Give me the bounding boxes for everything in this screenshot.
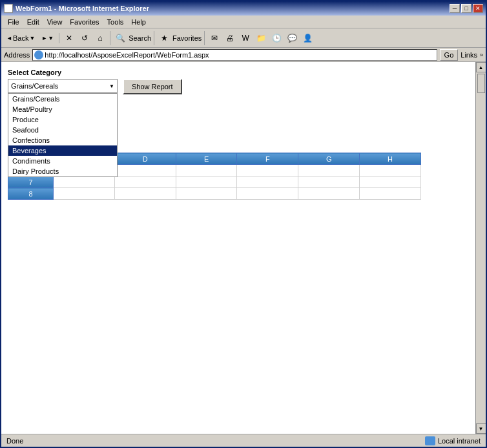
show-report-button[interactable]: Show Report bbox=[123, 79, 182, 94]
scroll-thumb[interactable] bbox=[477, 74, 485, 93]
address-input[interactable] bbox=[45, 51, 435, 59]
home-button[interactable]: ⌂ bbox=[93, 31, 107, 45]
option-confections[interactable]: Confections bbox=[8, 135, 117, 145]
category-dropdown[interactable]: Grains/Cereals ▼ bbox=[8, 79, 118, 93]
go-button[interactable]: Go bbox=[440, 49, 459, 61]
scroll-down-button[interactable]: ▼ bbox=[476, 423, 486, 434]
grid-cell[interactable] bbox=[298, 176, 360, 188]
favorites-label: Favorites bbox=[172, 34, 202, 42]
maximize-button[interactable]: □ bbox=[461, 4, 471, 13]
forward-dropdown-icon: ▼ bbox=[48, 35, 54, 41]
vertical-scrollbar: ▲ ▼ bbox=[475, 62, 486, 434]
links-label: Links bbox=[461, 51, 477, 59]
option-dairy[interactable]: Dairy Products bbox=[8, 166, 117, 176]
grid-cell[interactable] bbox=[298, 165, 360, 176]
row-number: 7 bbox=[8, 176, 54, 188]
status-right: Local intranet bbox=[425, 436, 481, 445]
messenger-button[interactable]: 💬 bbox=[285, 31, 299, 45]
minimize-button[interactable]: ─ bbox=[450, 4, 460, 13]
user-button[interactable]: 👤 bbox=[300, 31, 315, 45]
favorites-star-icon: ★ bbox=[157, 31, 171, 45]
table-row: 8 bbox=[8, 188, 421, 200]
page-content: Select Category Grains/Cereals ▼ Grains/… bbox=[1, 62, 475, 434]
menu-file[interactable]: File bbox=[4, 17, 23, 27]
nav-group: ◄ Back ▼ ► ▼ bbox=[4, 33, 59, 43]
status-text: Done bbox=[6, 437, 23, 445]
search-group: 🔍 Search bbox=[113, 31, 154, 45]
dropdown-arrow-icon: ▼ bbox=[109, 83, 114, 89]
option-meat[interactable]: Meat/Poultry bbox=[8, 104, 117, 114]
option-produce[interactable]: Produce bbox=[8, 114, 117, 125]
select-category-label: Select Category bbox=[8, 69, 469, 76]
title-bar-left: WebForm1 - Microsoft Internet Explorer bbox=[4, 4, 149, 13]
back-arrow-icon: ◄ bbox=[6, 35, 12, 41]
back-dropdown-icon: ▼ bbox=[29, 35, 35, 41]
option-grains[interactable]: Grains/Cereals bbox=[8, 94, 117, 104]
forward-button[interactable]: ► ▼ bbox=[39, 34, 56, 43]
intranet-icon bbox=[425, 436, 435, 445]
table-row: 7 bbox=[8, 176, 421, 188]
address-label: Address bbox=[4, 51, 30, 59]
row-number: 8 bbox=[8, 188, 54, 200]
title-bar: WebForm1 - Microsoft Internet Explorer ─… bbox=[1, 1, 486, 16]
grid-cell[interactable] bbox=[237, 188, 298, 200]
grid-cell[interactable] bbox=[237, 176, 298, 188]
close-button[interactable]: ✕ bbox=[473, 4, 483, 13]
grid-cell[interactable] bbox=[237, 165, 298, 176]
menu-bar: File Edit View Favorites Tools Help bbox=[1, 16, 486, 28]
favorites-group: ★ Favorites bbox=[157, 31, 205, 45]
grid-cell[interactable] bbox=[360, 176, 421, 188]
option-seafood[interactable]: Seafood bbox=[8, 125, 117, 135]
refresh-button[interactable]: ↺ bbox=[78, 31, 92, 45]
dropdown-list: Grains/Cereals Meat/Poultry Produce Seaf… bbox=[8, 93, 118, 177]
history-button[interactable]: 🕒 bbox=[269, 31, 284, 45]
col-g-header: G bbox=[298, 153, 360, 165]
mail-button[interactable]: ✉ bbox=[207, 31, 222, 45]
menu-tools[interactable]: Tools bbox=[103, 17, 128, 27]
address-bar: Address Go Links » bbox=[1, 48, 486, 62]
media-button[interactable]: 📁 bbox=[254, 31, 268, 45]
dropdown-selected-value: Grains/Cereals bbox=[11, 82, 58, 90]
scroll-track bbox=[477, 72, 485, 423]
col-e-header: E bbox=[176, 153, 237, 165]
menu-view[interactable]: View bbox=[43, 17, 67, 27]
edit-button[interactable]: W bbox=[238, 31, 253, 45]
window-controls: ─ □ ✕ bbox=[450, 4, 483, 13]
status-zone: Local intranet bbox=[438, 437, 481, 445]
search-icon: 🔍 bbox=[113, 31, 127, 45]
menu-help[interactable]: Help bbox=[127, 17, 150, 27]
grid-cell[interactable] bbox=[360, 188, 421, 200]
grid-cell[interactable] bbox=[176, 165, 237, 176]
menu-edit[interactable]: Edit bbox=[23, 17, 43, 27]
forward-arrow-icon: ► bbox=[41, 35, 47, 41]
back-label: Back bbox=[13, 34, 28, 42]
grid-cell[interactable] bbox=[360, 165, 421, 176]
grid-cell[interactable] bbox=[114, 176, 176, 188]
col-f-header: F bbox=[237, 153, 298, 165]
back-button[interactable]: ◄ Back ▼ bbox=[4, 33, 37, 43]
browser-actions-group: ✕ ↺ ⌂ bbox=[62, 31, 110, 45]
address-input-wrap bbox=[32, 49, 437, 61]
status-bar: Done Local intranet bbox=[1, 434, 486, 447]
grid-cell[interactable] bbox=[114, 188, 176, 200]
option-beverages[interactable]: Beverages bbox=[8, 145, 117, 156]
window-title: WebForm1 - Microsoft Internet Explorer bbox=[16, 5, 149, 12]
grid-cell[interactable] bbox=[54, 176, 115, 188]
col-h-header: H bbox=[360, 153, 421, 165]
window-frame: WebForm1 - Microsoft Internet Explorer ─… bbox=[0, 0, 487, 448]
grid-cell[interactable] bbox=[54, 188, 115, 200]
col-d-header: D bbox=[114, 153, 176, 165]
grid-cell[interactable] bbox=[176, 176, 237, 188]
option-condiments[interactable]: Condiments bbox=[8, 156, 117, 166]
category-dropdown-wrap: Grains/Cereals ▼ Grains/Cereals Meat/Pou… bbox=[8, 79, 118, 93]
print-button[interactable]: 🖨 bbox=[223, 31, 237, 45]
stop-button[interactable]: ✕ bbox=[62, 31, 76, 45]
controls-row: Grains/Cereals ▼ Grains/Cereals Meat/Pou… bbox=[8, 79, 469, 94]
toolbar: ◄ Back ▼ ► ▼ ✕ ↺ ⌂ 🔍 Search ★ Favorites … bbox=[1, 28, 486, 48]
grid-cell[interactable] bbox=[114, 165, 176, 176]
links-chevron-icon: » bbox=[480, 52, 483, 58]
grid-cell[interactable] bbox=[298, 188, 360, 200]
menu-favorites[interactable]: Favorites bbox=[66, 17, 103, 27]
grid-cell[interactable] bbox=[176, 188, 237, 200]
scroll-up-button[interactable]: ▲ bbox=[476, 62, 486, 72]
